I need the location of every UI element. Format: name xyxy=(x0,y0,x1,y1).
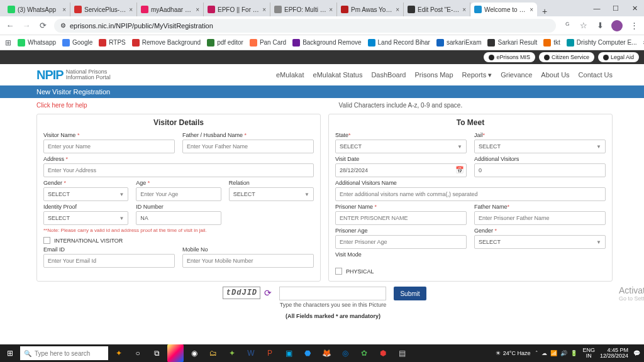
close-icon[interactable]: × xyxy=(196,6,199,13)
nav-emulakat[interactable]: eMulakat xyxy=(276,71,304,79)
bookmark-star-icon[interactable]: ☆ xyxy=(579,21,589,31)
site-info-icon[interactable]: ⚙ xyxy=(60,22,66,29)
nav-emulakat-status[interactable]: eMulakat Status xyxy=(313,71,363,79)
edge-icon[interactable]: ◎ xyxy=(337,344,353,362)
bookmark-item[interactable]: RTPS xyxy=(99,39,126,47)
additional-visitors-input[interactable] xyxy=(474,163,606,177)
close-icon[interactable]: × xyxy=(262,6,266,13)
bookmark-item[interactable]: pdf editor xyxy=(207,39,243,47)
chrome-icon[interactable]: ◉ xyxy=(186,344,203,362)
age-input[interactable] xyxy=(136,187,221,201)
nav-prisons-map[interactable]: Prisons Map xyxy=(414,71,453,79)
profile-icon[interactable] xyxy=(611,20,623,31)
help-link[interactable]: Click here for help xyxy=(36,102,87,109)
nav-dashboard[interactable]: DashBoard xyxy=(371,71,406,79)
close-icon[interactable]: × xyxy=(62,6,66,13)
back-icon[interactable]: ← xyxy=(5,21,15,31)
legal-aid-button[interactable]: Legal Aid xyxy=(598,52,639,62)
address-input[interactable] xyxy=(43,163,314,177)
bookmark-item[interactable]: Whatsapp xyxy=(18,39,56,47)
additional-visitors-name-input[interactable] xyxy=(335,187,606,201)
browser-tab[interactable]: Edit Post "E-Mul× xyxy=(404,3,470,16)
jail-select[interactable]: SELECT▼ xyxy=(474,140,606,153)
volume-icon[interactable]: 🔊 xyxy=(560,350,567,356)
menu-icon[interactable]: ⋮ xyxy=(629,21,639,31)
nav-reports[interactable]: Reports ▾ xyxy=(462,71,492,79)
maximize-icon[interactable]: ☐ xyxy=(606,0,625,16)
bookmark-item[interactable]: Background Remove xyxy=(292,39,361,47)
prisoner-age-input[interactable] xyxy=(335,235,467,249)
visit-date-input[interactable] xyxy=(335,163,467,177)
citizen-service-button[interactable]: Citizen Service xyxy=(539,52,594,62)
browser-tab[interactable]: EPFO: Multi Fact× xyxy=(270,3,337,16)
bookmark-item[interactable]: Pan Card xyxy=(250,39,286,47)
close-icon[interactable]: × xyxy=(462,6,466,13)
father-name-input[interactable] xyxy=(182,140,314,153)
prisoner-gender-select[interactable]: SELECT▼ xyxy=(474,235,606,249)
international-visitor-checkbox[interactable] xyxy=(43,237,50,244)
prisoner-name-input[interactable] xyxy=(335,211,467,225)
nav-contact[interactable]: Contact Us xyxy=(579,71,613,79)
nav-grievance[interactable]: Grievance xyxy=(501,71,532,79)
bookmark-item[interactable]: Remove Background xyxy=(132,39,201,47)
calendar-icon[interactable]: 📅 xyxy=(455,166,464,174)
cortana-icon[interactable]: ○ xyxy=(130,344,146,362)
gender-select[interactable]: SELECT▼ xyxy=(43,187,128,201)
idproof-select[interactable]: SELECT▼ xyxy=(43,211,128,225)
email-input[interactable] xyxy=(43,254,175,268)
browser-tab[interactable]: myAadhaar - Un× xyxy=(137,3,204,16)
physical-mode-checkbox[interactable] xyxy=(335,268,342,275)
taskbar-app-icon[interactable] xyxy=(167,344,184,362)
new-tab-button[interactable]: + xyxy=(537,6,552,16)
mobile-input[interactable] xyxy=(182,254,314,268)
visitor-name-input[interactable] xyxy=(43,140,175,153)
browser-tab[interactable]: (3) WhatsApp× xyxy=(4,3,70,16)
browser-tab[interactable]: EPFO || For Empl× xyxy=(204,3,270,16)
close-icon[interactable]: × xyxy=(530,6,533,13)
taskbar-app-icon[interactable]: 🦊 xyxy=(318,344,335,362)
bookmark-item[interactable]: Land Record Bihar xyxy=(368,39,430,47)
logo[interactable]: NPIP National PrisonsInformation Portal xyxy=(36,68,111,82)
language-indicator[interactable]: ENGIN xyxy=(582,348,595,359)
bookmark-item[interactable]: Drishty Computer E... xyxy=(567,39,637,47)
weather-widget[interactable]: ☀24°C Haze xyxy=(496,350,531,356)
reload-icon[interactable]: ⟳ xyxy=(38,21,48,31)
submit-button[interactable]: Submit xyxy=(394,287,426,300)
word-icon[interactable]: W xyxy=(243,344,259,362)
nav-about[interactable]: About Us xyxy=(541,71,569,79)
close-icon[interactable]: × xyxy=(129,6,133,13)
close-icon[interactable]: × xyxy=(396,6,399,13)
clock[interactable]: 4:45 PM12/28/2024 xyxy=(600,348,628,359)
onedrive-icon[interactable]: ☁ xyxy=(541,350,547,356)
bookmark-item[interactable]: tkt xyxy=(543,39,560,47)
url-input[interactable]: ⚙ eprisons.nic.in/NPIP/public/MyVisitReg… xyxy=(54,19,556,33)
relation-select[interactable]: SELECT▼ xyxy=(229,187,314,201)
taskbar-app-icon[interactable]: ✿ xyxy=(356,344,372,362)
download-icon[interactable]: ⬇ xyxy=(595,21,605,31)
powerpoint-icon[interactable]: P xyxy=(262,344,278,362)
taskbar-app-icon[interactable]: ▤ xyxy=(394,344,410,362)
taskbar-app-icon[interactable]: ✦ xyxy=(111,344,127,362)
taskbar-app-icon[interactable]: ⬣ xyxy=(299,344,316,362)
taskbar-search[interactable]: 🔍Type here to search xyxy=(20,346,108,360)
close-icon[interactable]: × xyxy=(329,6,333,13)
forward-icon[interactable]: → xyxy=(21,21,31,31)
bookmark-item[interactable]: Sarkari Result xyxy=(487,39,537,47)
refresh-captcha-icon[interactable]: ⟳ xyxy=(264,288,272,298)
apps-icon[interactable]: ⊞ xyxy=(5,38,11,48)
battery-icon[interactable]: 🔋 xyxy=(570,350,577,356)
captcha-input[interactable] xyxy=(279,287,386,300)
prisoner-father-input[interactable] xyxy=(474,211,606,225)
browser-tab-active[interactable]: Welcome to Nat× xyxy=(470,3,537,16)
taskbar-app-icon[interactable]: ▣ xyxy=(280,344,297,362)
bookmark-item[interactable]: sarkariExam xyxy=(436,39,482,47)
state-select[interactable]: SELECT▼ xyxy=(335,140,467,153)
taskbar-app-icon[interactable]: ⬢ xyxy=(375,344,391,362)
translate-icon[interactable]: ᴳ xyxy=(562,21,572,31)
browser-tab[interactable]: Pm Awas Yojana× xyxy=(337,3,404,16)
eprisons-mis-button[interactable]: ePrisons MIS xyxy=(484,52,535,62)
start-button[interactable]: ⊞ xyxy=(0,344,20,362)
browser-tab[interactable]: ServicePlus- Issu× xyxy=(70,3,137,16)
taskview-icon[interactable]: ⧉ xyxy=(148,344,165,362)
network-icon[interactable]: 📶 xyxy=(550,350,557,356)
